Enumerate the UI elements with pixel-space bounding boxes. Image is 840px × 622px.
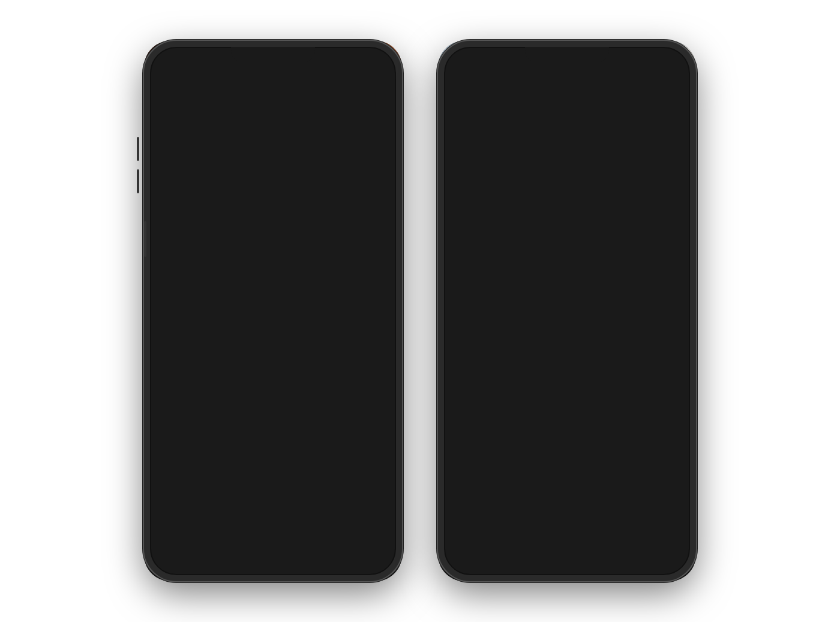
rate-action-left[interactable]: 👍 Rate: [266, 411, 283, 438]
movie-grid-right: [450, 475, 684, 529]
thumbs-up-icon-right: 👍: [560, 411, 577, 427]
battery-icon-right: [666, 55, 682, 61]
battery-icon-left: [372, 55, 388, 61]
cc-icon-left: ▭: [259, 254, 268, 265]
content-area-right: N FILM Anxious People 2022 TV-MA 1h 46m …: [438, 209, 696, 581]
play-button-right[interactable]: Play: [450, 274, 684, 299]
netflix-logo-right: N: [450, 219, 458, 229]
signal-icon-left: [347, 54, 358, 61]
director-text-right: Director: Nerina De Jager: [450, 390, 525, 397]
movie-title-right: Anxious People: [450, 232, 684, 249]
hero-image-left: [144, 41, 402, 221]
signal-icon-right: [641, 54, 652, 61]
tabs-row-left: More Like This Trailers & More: [156, 450, 390, 466]
movie-thumb-amandla-right[interactable]: [450, 475, 521, 529]
cc-icon-right: ▭: [553, 254, 562, 265]
tab-more-like-this-left[interactable]: More Like This: [156, 450, 215, 466]
netflix-logo-left: N: [156, 219, 164, 229]
film-label-left: FILM: [167, 221, 186, 228]
phone-screen-left: 3:35 ⌘ N: [144, 41, 402, 581]
netflix-badge-right: N FILM: [450, 219, 684, 229]
wifi-icon-left: ⌘: [361, 53, 369, 62]
play-label-right: Play: [564, 281, 584, 292]
movie-description-right: Two inseparable Zulu siblings — one a po…: [450, 340, 684, 372]
movie-thumb-amandla-left[interactable]: [156, 475, 227, 529]
hd-badge-left: HD: [238, 255, 254, 264]
tab-more-like-this-right[interactable]: More Like This: [450, 450, 509, 466]
tab-trailers-right[interactable]: Trailers & More: [523, 450, 584, 466]
status-icons-right: ⌘: [641, 53, 682, 62]
share-action-left[interactable]: ➤ Share: [343, 411, 360, 438]
film-label-right: FILM: [461, 221, 480, 228]
rate-label-right: Rate: [562, 430, 575, 438]
share-label-left: Share: [343, 430, 360, 438]
play-button-left[interactable]: Play: [156, 274, 390, 299]
share-label-right: Share: [637, 430, 654, 438]
download-icon-left: [242, 312, 253, 323]
plus-icon-left: +: [193, 411, 200, 427]
volume-up-button: [137, 137, 139, 161]
movie-year-right: 2022: [450, 255, 467, 264]
phone-left: 3:35 ⌘ N: [144, 41, 402, 581]
netflix-badge-left: N FILM: [156, 219, 390, 229]
action-row-left: + My List 👍 Rate ➤ Share: [156, 409, 390, 440]
movie-year-left: 2022: [156, 255, 173, 264]
movie-thumbnail-anxious: [438, 41, 696, 221]
movie-thumb-kalushi-left[interactable]: [307, 475, 378, 529]
share-icon-left: ➤: [346, 411, 357, 427]
my-list-action-right[interactable]: + My List: [480, 411, 501, 438]
hd-badge-right: HD: [532, 255, 548, 264]
movie-description-left: Two inseparable Zulu siblings — one a po…: [156, 340, 390, 372]
wifi-icon-right: ⌘: [655, 53, 663, 62]
download-label-right: Download: [552, 312, 598, 323]
movie-duration-left: 1h 46m: [207, 255, 233, 264]
download-button-right[interactable]: Download: [450, 305, 684, 330]
rate-action-right[interactable]: 👍 Rate: [560, 411, 577, 438]
my-list-label-right: My List: [480, 430, 501, 438]
svg-rect-1: [538, 320, 545, 321]
download-icon-right: [536, 312, 547, 323]
share-icon-right: ➤: [640, 411, 651, 427]
rate-label-left: Rate: [268, 430, 281, 438]
cast-text-right: Cast: Lemogang Tsipa, Thabiso Masoti, Th…: [450, 379, 637, 387]
tab-trailers-left[interactable]: Trailers & More: [229, 450, 290, 466]
phone-screen-right: 3:35 ⌘: [438, 41, 696, 581]
cast-text-left: Cast: Lemogang Tsipa, Thabiso Masoti, Th…: [156, 379, 343, 387]
play-icon-left: [257, 282, 265, 291]
status-bar-left: 3:35 ⌘: [144, 41, 402, 67]
status-time-right: 3:35: [452, 53, 470, 63]
movie-thumb-kalushi-right[interactable]: [601, 475, 672, 529]
movie-grid-left: [156, 475, 390, 529]
rating-badge-right: TV-MA: [472, 255, 497, 264]
rating-badge-left: TV-MA: [178, 255, 203, 264]
power-button: [144, 221, 146, 257]
meta-row-right: 2022 TV-MA 1h 46m HD ▭: [450, 254, 684, 265]
phone-right: 3:35 ⌘: [438, 41, 696, 581]
left-side-buttons: [137, 137, 139, 193]
my-list-label-left: My List: [186, 430, 207, 438]
movie-thumb-collision-left[interactable]: [232, 475, 302, 529]
movie-thumb-collision-right[interactable]: [526, 475, 596, 529]
cast-info-left: Cast: Lemogang Tsipa, Thabiso Masoti, Th…: [156, 378, 390, 399]
thumbs-up-icon-left: 👍: [266, 411, 283, 427]
status-bar-right: 3:35 ⌘: [438, 41, 696, 67]
play-label-left: Play: [270, 281, 290, 292]
volume-down-button: [137, 169, 139, 193]
plus-icon-right: +: [487, 411, 494, 427]
cast-info-right: Cast: Lemogang Tsipa, Thabiso Masoti, Th…: [450, 378, 684, 399]
play-icon-right: [551, 282, 559, 291]
status-icons-left: ⌘: [347, 53, 388, 62]
meta-row-left: 2022 TV-MA 1h 46m HD ▭: [156, 254, 390, 265]
tabs-row-right: More Like This Trailers & More: [450, 450, 684, 466]
action-row-right: + My List 👍 Rate ➤ Share: [450, 409, 684, 440]
movie-duration-right: 1h 46m: [501, 255, 527, 264]
share-action-right[interactable]: ➤ Share: [637, 411, 654, 438]
director-text-left: Director: Nerina De Jager: [156, 390, 231, 397]
svg-rect-0: [244, 320, 251, 321]
my-list-action-left[interactable]: + My List: [186, 411, 207, 438]
status-time-left: 3:35: [158, 53, 176, 63]
download-label-left: Download: [258, 312, 304, 323]
content-area-left: N FILM After 2022 TV-MA 1h 46m HD ▭ Play: [144, 209, 402, 581]
download-button-left[interactable]: Download: [156, 305, 390, 330]
movie-title-left: After: [156, 232, 390, 249]
